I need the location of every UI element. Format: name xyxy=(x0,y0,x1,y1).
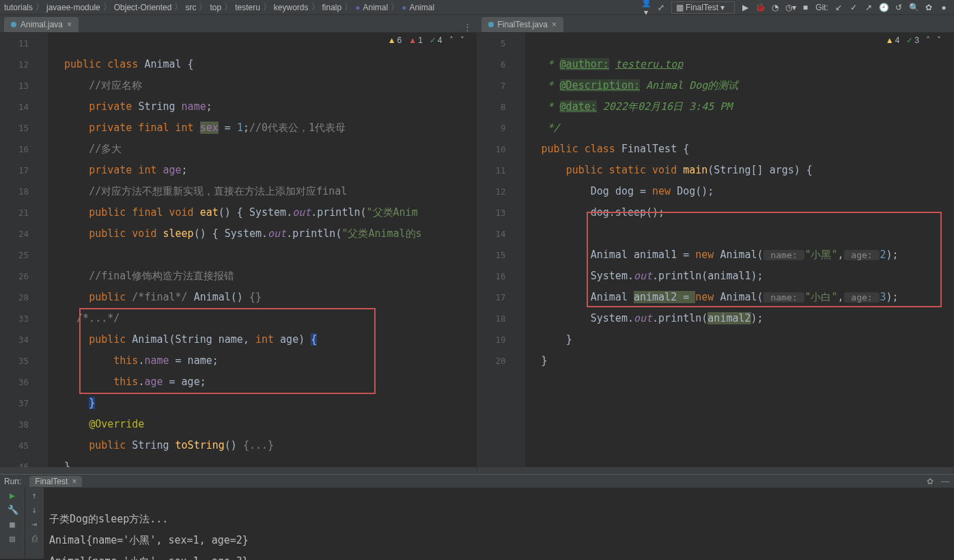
line-number[interactable]: 46 xyxy=(0,456,29,467)
breadcrumb-item[interactable]: src xyxy=(185,3,196,12)
console-output[interactable]: 子类Dog的sleep方法... Animal{name='小黑', sex=1… xyxy=(44,488,954,559)
wrench-icon[interactable]: 🔧 xyxy=(8,505,17,515)
line-number[interactable]: 34 xyxy=(0,329,29,350)
ide-settings-icon[interactable]: ✿ xyxy=(924,3,934,12)
soft-wrap-icon[interactable]: ⇥ xyxy=(30,519,40,529)
git-history-icon[interactable]: 🕘 xyxy=(879,3,888,12)
user-icon[interactable]: 👤▾ xyxy=(641,0,651,17)
scrollbar-horizontal-left[interactable] xyxy=(0,467,477,474)
settings-icon[interactable]: ✿ xyxy=(925,477,935,486)
line-number[interactable]: 7 xyxy=(477,75,506,96)
run-icon[interactable]: ▶ xyxy=(740,3,750,12)
breadcrumb-method[interactable]: Animal xyxy=(402,3,434,12)
left-tab-row: Animal.java × ⋮ xyxy=(0,15,477,33)
profile-icon[interactable]: ◷▾ xyxy=(785,3,795,12)
scroll-down-icon[interactable]: ↓ xyxy=(30,505,40,515)
layout-icon[interactable]: ▤ xyxy=(8,533,17,544)
breadcrumb[interactable]: tutorials〉 javaee-module〉 Object-Oriente… xyxy=(0,1,641,13)
line-number[interactable]: 6 xyxy=(477,54,506,75)
run-gutter-secondary: ↑ ↓ ⇥ ⎙ xyxy=(25,488,44,559)
build-icon[interactable]: ⤢ xyxy=(656,3,666,12)
line-number[interactable]: 21 xyxy=(0,202,29,223)
tab-label: FinalTest.java xyxy=(498,20,548,29)
breadcrumb-item[interactable]: finalp xyxy=(322,3,342,12)
editor-right[interactable]: 4 3 ˄ ˅ 5 6 7 8 9 10 11 12 13 14 15 16 1… xyxy=(477,33,955,474)
gutter-left[interactable]: 11 12 13 14 15 16 17 18 21 24 25 26 28 3… xyxy=(0,33,48,467)
tab-animal-java[interactable]: Animal.java × xyxy=(4,17,79,32)
line-number[interactable]: 25 xyxy=(0,244,29,266)
editor-left[interactable]: 6 1 4 ˄ ˅ 11 12 13 14 15 16 17 18 21 24 … xyxy=(0,33,477,474)
run-console: ▶ 🔧 ■ ▤ ↑ ↓ ⇥ ⎙ 子类Dog的sleep方法... Animal{… xyxy=(0,488,954,559)
breadcrumb-item[interactable]: keywords xyxy=(274,3,309,12)
line-number[interactable]: 9 xyxy=(477,117,506,139)
rerun-icon[interactable]: ▶ xyxy=(8,490,17,501)
line-number[interactable]: 26 xyxy=(0,266,29,287)
line-number[interactable]: 17 xyxy=(477,287,506,308)
print-icon[interactable]: ⎙ xyxy=(30,533,40,544)
line-number[interactable]: 10 xyxy=(477,139,506,160)
line-number[interactable]: 45 xyxy=(0,435,29,456)
git-label: Git: xyxy=(815,3,828,12)
line-number[interactable]: 13 xyxy=(0,75,29,96)
coverage-icon[interactable]: ◔ xyxy=(770,3,780,12)
line-number[interactable]: 8 xyxy=(477,96,506,117)
breadcrumb-item[interactable]: Object-Oriented xyxy=(114,3,172,12)
line-number[interactable]: 14 xyxy=(0,96,29,117)
line-number[interactable]: 12 xyxy=(0,54,29,75)
line-number[interactable]: 12 xyxy=(477,181,506,202)
line-number[interactable]: 37 xyxy=(0,393,29,414)
avatar-icon[interactable]: ● xyxy=(939,3,949,12)
stop-icon[interactable]: ■ xyxy=(800,3,810,12)
line-number[interactable]: 13 xyxy=(477,202,506,223)
line-number[interactable]: 11 xyxy=(477,160,506,181)
top-toolbar: tutorials〉 javaee-module〉 Object-Oriente… xyxy=(0,0,954,15)
git-push-icon[interactable]: ↗ xyxy=(864,3,873,12)
close-icon[interactable]: × xyxy=(552,20,557,29)
run-tab[interactable]: FinalTest × xyxy=(29,476,82,487)
git-commit-icon[interactable]: ✓ xyxy=(849,3,858,12)
line-number[interactable]: 15 xyxy=(477,244,506,266)
minimize-icon[interactable]: — xyxy=(940,477,950,486)
tab-finaltest-java[interactable]: FinalTest.java × xyxy=(481,17,563,32)
line-number[interactable]: 19 xyxy=(477,329,506,350)
stop-icon[interactable]: ■ xyxy=(8,519,17,529)
line-number[interactable]: 11 xyxy=(0,33,29,54)
line-number[interactable]: 14 xyxy=(477,223,506,244)
tab-overflow-icon[interactable]: ⋮ xyxy=(463,22,472,32)
git-update-icon[interactable]: ↙ xyxy=(834,3,843,12)
line-number[interactable]: 15 xyxy=(0,117,29,139)
search-icon-top[interactable]: 🔍 xyxy=(909,3,918,12)
code-area-left[interactable]: public class Animal { //对应名称 private Str… xyxy=(48,33,477,467)
breadcrumb-item[interactable]: top xyxy=(210,3,221,12)
line-number[interactable]: 35 xyxy=(0,350,29,372)
line-number[interactable]: 33 xyxy=(0,308,29,329)
line-number[interactable]: 16 xyxy=(477,266,506,287)
line-number[interactable]: 38 xyxy=(0,414,29,435)
code-area-right[interactable]: * @author: testeru.top * @Description: A… xyxy=(525,33,954,467)
tab-label: Animal.java xyxy=(20,20,63,29)
close-icon[interactable]: × xyxy=(72,477,76,486)
git-rollback-icon[interactable]: ↺ xyxy=(894,3,903,12)
breadcrumb-class[interactable]: Animal xyxy=(355,3,388,12)
line-number[interactable]: 20 xyxy=(477,350,506,372)
run-config-select[interactable]: ▦ FinalTest ▾ xyxy=(671,1,735,14)
line-number[interactable]: 18 xyxy=(0,181,29,202)
line-number[interactable]: 36 xyxy=(0,372,29,393)
gutter-right[interactable]: 5 6 7 8 9 10 11 12 13 14 15 16 17 18 19 … xyxy=(477,33,525,467)
java-file-icon xyxy=(488,22,494,27)
line-number[interactable]: 18 xyxy=(477,308,506,329)
line-number[interactable]: 24 xyxy=(0,223,29,244)
breadcrumb-item[interactable]: tutorials xyxy=(4,3,33,12)
line-number[interactable]: 17 xyxy=(0,160,29,181)
debug-icon[interactable]: 🐞 xyxy=(755,3,765,12)
scroll-up-icon[interactable]: ↑ xyxy=(30,490,40,501)
run-toolbar: Run: FinalTest × ✿ — xyxy=(0,474,954,488)
line-number[interactable]: 5 xyxy=(477,33,506,54)
line-number[interactable]: 16 xyxy=(0,139,29,160)
scrollbar-horizontal-right[interactable] xyxy=(477,467,954,474)
close-icon[interactable]: × xyxy=(67,20,72,29)
toolbar-actions: 👤▾ ⤢ ▦ FinalTest ▾ ▶ 🐞 ◔ ◷▾ ■ Git: ↙ ✓ ↗… xyxy=(641,0,954,17)
breadcrumb-item[interactable]: testeru xyxy=(235,3,260,12)
line-number[interactable]: 28 xyxy=(0,287,29,308)
breadcrumb-item[interactable]: javaee-module xyxy=(46,3,100,12)
